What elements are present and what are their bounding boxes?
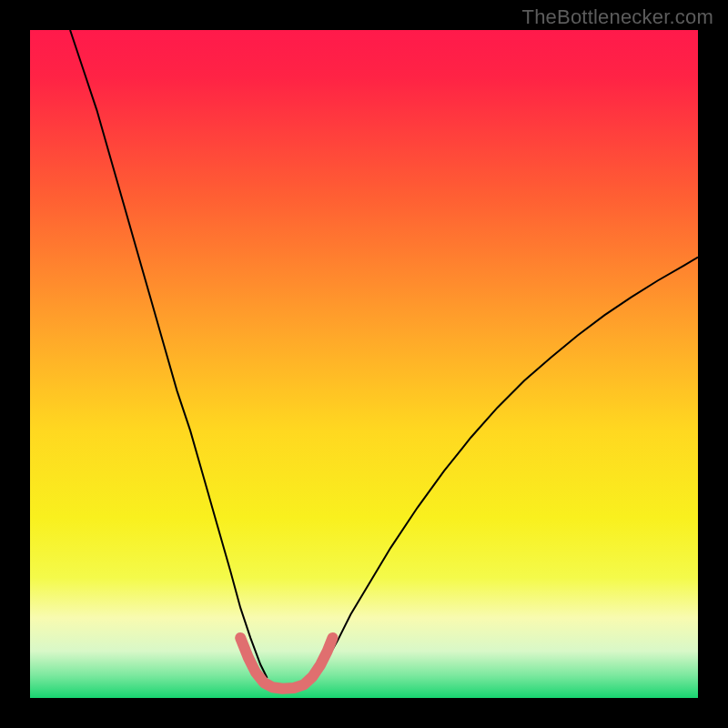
series-left-curve <box>70 30 268 678</box>
curves-layer <box>30 30 698 698</box>
chart-frame: TheBottlenecker.com <box>0 0 728 728</box>
watermark-text: TheBottlenecker.com <box>522 5 713 29</box>
series-right-curve <box>314 258 698 678</box>
plot-area <box>30 30 698 698</box>
